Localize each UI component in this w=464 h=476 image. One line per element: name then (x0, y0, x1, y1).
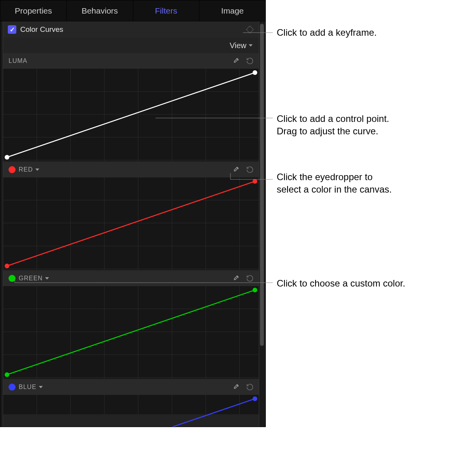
curve-label-text: GREEN (19, 275, 43, 282)
curve-point-end-red[interactable] (253, 179, 257, 184)
reset-icon (246, 166, 254, 174)
curve-graph-blue[interactable] (3, 395, 259, 414)
callout-keyframe: Click to add a keyframe. (277, 26, 377, 39)
curve-header-luma: LUMA (3, 53, 259, 69)
swatch-red[interactable] (9, 166, 16, 173)
color-curves-header: ✓ Color Curves (3, 21, 259, 38)
callout-eyedropper: Click the eyedropper to select a color i… (277, 171, 392, 196)
scroll-thumb[interactable] (260, 24, 264, 346)
eyedropper-icon (232, 383, 240, 391)
curve-label-text: RED (19, 166, 33, 173)
inspector-panel: Properties Behaviors Filters Image ✓ Col… (0, 0, 266, 427)
color-curves-title: Color Curves (20, 25, 63, 34)
eyedropper-button-blue[interactable] (232, 383, 240, 391)
eyedropper-icon (232, 274, 240, 282)
eyedropper-icon (232, 166, 240, 174)
eyedropper-button-green[interactable] (232, 274, 240, 283)
add-keyframe-button[interactable] (246, 26, 254, 33)
view-row: View (3, 38, 259, 53)
curve-tools-red (232, 165, 254, 174)
curve-graph-green[interactable] (3, 286, 259, 379)
curve-tools-green (232, 274, 254, 283)
chevron-down-icon (249, 44, 253, 47)
eyedropper-button-luma[interactable] (232, 57, 240, 65)
curve-label-luma: LUMA (9, 57, 27, 64)
tab-behaviors[interactable]: Behaviors (67, 0, 133, 21)
curve-point-end-green[interactable] (253, 288, 257, 292)
swatch-green[interactable] (9, 275, 16, 282)
view-menu-button[interactable]: View (230, 41, 253, 50)
curve-group-luma: LUMA (3, 53, 259, 161)
chevron-down-icon (45, 277, 49, 280)
swatch-blue[interactable] (9, 384, 16, 391)
reset-icon (246, 274, 254, 282)
color-curves-checkbox[interactable]: ✓ (8, 25, 16, 34)
svg-line-3 (7, 399, 255, 427)
curve-graph-red[interactable] (3, 177, 259, 270)
reset-icon (246, 57, 254, 65)
inspector-tabs: Properties Behaviors Filters Image (0, 0, 265, 21)
curve-graph-luma[interactable] (3, 69, 259, 161)
chevron-down-icon (35, 169, 39, 171)
curve-point-start-red[interactable] (5, 264, 9, 268)
curve-header-blue: BLUE (3, 379, 259, 395)
tab-filters[interactable]: Filters (133, 0, 200, 21)
scrollbar[interactable] (259, 24, 265, 420)
svg-line-0 (7, 73, 255, 157)
tab-properties[interactable]: Properties (0, 0, 67, 21)
check-icon: ✓ (10, 26, 15, 33)
eyedropper-icon (232, 57, 240, 65)
svg-line-2 (7, 290, 255, 375)
reset-button-luma[interactable] (246, 57, 254, 65)
curve-group-red: RED (3, 162, 259, 270)
curve-line-green[interactable] (3, 286, 259, 379)
curve-line-red[interactable] (3, 177, 259, 270)
reset-button-green[interactable] (246, 274, 254, 283)
view-label: View (230, 41, 246, 50)
curve-group-green: GREEN (3, 271, 259, 379)
curve-point-end-blue[interactable] (253, 396, 257, 401)
callout-line: Drag to adjust the curve. (277, 126, 378, 136)
curve-group-blue: BLUE (3, 379, 259, 414)
reset-button-blue[interactable] (246, 383, 254, 391)
curve-header-green: GREEN (3, 271, 259, 286)
curve-label-red[interactable]: RED (19, 166, 39, 173)
curve-tools-luma (232, 57, 254, 65)
callout-custom-color: Click to choose a custom color. (277, 277, 405, 290)
svg-line-1 (7, 181, 255, 266)
curve-point-start-luma[interactable] (5, 155, 9, 160)
tab-image[interactable]: Image (199, 0, 265, 21)
curve-label-green[interactable]: GREEN (19, 275, 49, 282)
callout-control-point: Click to add a control point. Drag to ad… (277, 113, 389, 138)
curve-point-start-green[interactable] (5, 372, 9, 377)
chevron-down-icon (39, 386, 43, 388)
curve-header-red: RED (3, 162, 259, 177)
curve-line-blue[interactable] (3, 395, 259, 427)
eyedropper-button-red[interactable] (232, 165, 240, 174)
callout-line: Click to add a control point. (277, 113, 389, 124)
reset-icon (246, 383, 254, 391)
callout-line: Click the eyedropper to (277, 172, 373, 182)
reset-button-red[interactable] (246, 165, 254, 174)
callout-line: select a color in the canvas. (277, 184, 392, 195)
curve-line-luma[interactable] (3, 69, 259, 161)
filters-inspector: ✓ Color Curves View LUMA (3, 21, 259, 427)
curve-label-blue[interactable]: BLUE (19, 384, 43, 391)
curve-point-end-luma[interactable] (253, 70, 257, 75)
curve-tools-blue (232, 383, 254, 391)
curve-label-text: BLUE (19, 384, 37, 391)
